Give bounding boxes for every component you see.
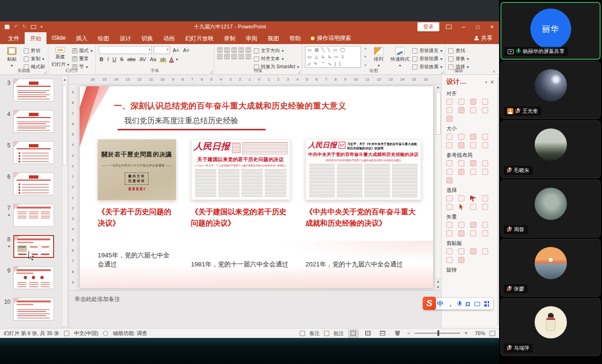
shadow-button[interactable]: abc xyxy=(126,56,137,62)
bullets-icon[interactable] xyxy=(217,47,222,53)
scroll-up-icon[interactable]: ▲ xyxy=(64,76,66,83)
design-tool-icon[interactable] xyxy=(458,169,464,175)
highlight-color-button[interactable]: ab xyxy=(159,56,167,62)
notes-toggle[interactable]: 备注 xyxy=(309,330,320,337)
justify-icon[interactable] xyxy=(239,54,244,59)
notes-pane[interactable]: 单击此处添加备注 xyxy=(69,290,441,328)
align-left-icon[interactable] xyxy=(217,54,222,59)
design-tool-icon[interactable] xyxy=(482,99,488,105)
fit-slide-to-window-icon[interactable] xyxy=(490,331,495,336)
design-tool-icon[interactable] xyxy=(446,248,453,255)
copy-button[interactable]: 复制▾ xyxy=(24,55,45,62)
design-tool-icon[interactable] xyxy=(458,160,464,166)
cut-button[interactable]: 剪切 xyxy=(24,47,45,54)
previous-slide-button[interactable]: ▲ xyxy=(437,279,440,284)
font-size-select[interactable] xyxy=(154,46,170,54)
slide-number-status[interactable]: 幻灯片 第 8 张, 共 35 张 xyxy=(4,330,59,337)
slide[interactable]: 一、深刻认识总结党的百年奋斗重大成就和历史经验的重大意义 我们党历来高度注重总结… xyxy=(80,86,433,288)
normal-view-button[interactable] xyxy=(348,329,359,337)
design-tool-icon[interactable] xyxy=(446,116,453,122)
ime-microphone-icon[interactable] xyxy=(457,301,461,307)
slide-10-thumbnail[interactable] xyxy=(13,298,54,320)
undo-icon[interactable]: ↶ xyxy=(14,24,18,30)
participant-tile-4[interactable]: 张媛 xyxy=(500,239,601,297)
zoom-in-button[interactable]: + xyxy=(464,330,468,337)
redo-icon[interactable]: ↻ xyxy=(22,24,27,30)
participant-tile-0[interactable]: 丽华杨丽华的屏幕共享 xyxy=(500,2,601,60)
tab-10[interactable]: 审阅 xyxy=(241,32,262,44)
character-spacing-button[interactable]: AV xyxy=(139,56,147,62)
shape-fill-button[interactable]: 形状填充▾ xyxy=(412,47,442,54)
decrease-indent-icon[interactable] xyxy=(232,47,237,53)
tab-5[interactable]: 设计 xyxy=(114,32,136,44)
design-tool-icon[interactable] xyxy=(446,169,453,175)
design-tool-icon[interactable] xyxy=(482,248,488,255)
design-tool-icon[interactable] xyxy=(482,195,488,201)
design-tool-icon[interactable] xyxy=(482,142,488,148)
clipboard-dialog-launcher[interactable] xyxy=(44,71,46,73)
font-dialog-launcher[interactable] xyxy=(210,71,213,73)
design-tool-icon[interactable] xyxy=(470,169,476,175)
design-tool-icon[interactable] xyxy=(446,107,453,113)
grow-font-button[interactable]: A˄ xyxy=(172,47,180,53)
accessibility-status[interactable]: 辅助功能: 调查 xyxy=(113,330,147,337)
scroll-up-icon[interactable]: ▲ xyxy=(437,84,440,90)
design-tool-icon[interactable] xyxy=(446,204,453,210)
find-button[interactable]: 查找 xyxy=(448,47,469,54)
slide-5-thumbnail[interactable] xyxy=(13,141,54,164)
columns-icon[interactable] xyxy=(246,54,251,59)
design-tool-icon[interactable] xyxy=(446,99,453,105)
shape-outline-button[interactable]: 形状轮廓▾ xyxy=(412,55,442,62)
design-tool-icon[interactable] xyxy=(470,248,476,255)
design-tool-icon[interactable] xyxy=(458,142,464,148)
participant-tile-1[interactable]: 王光奎 xyxy=(500,61,601,119)
design-tool-icon[interactable] xyxy=(446,134,453,140)
zoom-level[interactable]: 76% xyxy=(472,330,485,336)
zoom-slider[interactable] xyxy=(415,333,460,334)
design-tool-icon[interactable] xyxy=(482,230,488,237)
participant-tile-3[interactable]: 周蓉 xyxy=(500,180,601,237)
spellcheck-icon[interactable] xyxy=(64,331,69,336)
tab-0[interactable]: 文件 xyxy=(3,32,25,44)
line-spacing-icon[interactable] xyxy=(246,47,251,53)
start-slideshow-icon[interactable] xyxy=(31,25,36,29)
tab-7[interactable]: 动画 xyxy=(158,32,180,44)
minimize-button[interactable]: – xyxy=(456,23,471,31)
next-slide-button[interactable]: ▼ xyxy=(437,284,440,290)
zoom-slider-thumb[interactable] xyxy=(437,330,439,336)
thumbnail-scrollbar[interactable]: ▲ xyxy=(62,76,68,327)
design-tool-icon[interactable] xyxy=(458,134,464,140)
paragraph-dialog-launcher[interactable] xyxy=(297,71,300,73)
replace-button[interactable]: 替换▾ xyxy=(448,55,469,62)
ime-symbols-button[interactable]: Ω xyxy=(465,300,470,308)
design-tool-icon[interactable] xyxy=(458,230,464,237)
design-tool-icon[interactable] xyxy=(470,99,476,105)
shapes-gallery[interactable]: ▭ ▤ ╲ ╲ ▭ ◯▭ △ ↳ ↳ ⇨ ⇩▱ ✎ ⌒ ∿ { } xyxy=(305,46,361,68)
font-color-button[interactable]: A xyxy=(169,56,174,62)
design-tool-icon[interactable] xyxy=(482,169,488,175)
design-tool-icon[interactable] xyxy=(470,230,476,237)
design-tool-icon[interactable] xyxy=(470,222,476,228)
underline-button[interactable]: U xyxy=(111,56,117,62)
ime-mode-toggle[interactable]: 中 xyxy=(437,300,443,308)
share-button[interactable]: 共享 xyxy=(468,32,499,44)
ribbon-display-options-icon[interactable] xyxy=(446,25,452,29)
save-icon[interactable] xyxy=(5,25,9,29)
design-tool-icon[interactable] xyxy=(458,257,464,263)
design-tool-icon[interactable] xyxy=(446,142,453,148)
participant-tile-2[interactable]: 毛晓东 xyxy=(500,120,601,178)
tab-3[interactable]: 插入 xyxy=(71,32,93,44)
tab-6[interactable]: 切换 xyxy=(136,32,158,44)
quick-styles-button[interactable]: 快速样式▾ xyxy=(390,46,409,68)
new-slide-button[interactable]: 新建 幻灯片 ▾ xyxy=(51,46,69,68)
maximize-button[interactable]: □ xyxy=(471,23,485,31)
italic-button[interactable]: I xyxy=(106,56,110,62)
slide-9-thumbnail[interactable] xyxy=(13,266,54,289)
arrange-button[interactable]: 排列▾ xyxy=(370,46,388,68)
slide-4-thumbnail[interactable] xyxy=(13,110,54,133)
ime-toolbox-icon[interactable] xyxy=(484,301,489,307)
chevron-down-icon[interactable]: ▾ xyxy=(485,80,487,84)
tab-2[interactable]: iSlide xyxy=(46,32,71,44)
tab-4[interactable]: 绘图 xyxy=(93,32,114,44)
increase-indent-icon[interactable] xyxy=(239,47,244,53)
